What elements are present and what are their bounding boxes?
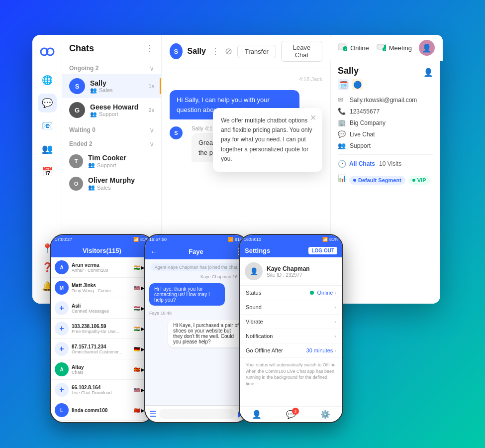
phone2-msg-agent: Hi Faye, thank you for contacting us! Ho…	[149, 283, 225, 306]
phone3-profile-info: Kaye Chapman Site ID : 232977	[267, 265, 310, 278]
visitor-ip3[interactable]: + 66.102.8.164 Live Chat Download... 🇺🇸 …	[51, 380, 153, 400]
phone3-footer: Your status will automatically switch to…	[240, 358, 342, 391]
info-integrations: 🗓️ 🔵	[338, 79, 433, 90]
chats-title: Chats	[69, 43, 94, 54]
phone2-menu-icon[interactable]: ☰	[149, 409, 156, 419]
topbar-more-icon[interactable]: ⋮	[211, 46, 220, 57]
info-chats-stat: 🕐 All Chats 10 Visits	[338, 160, 433, 168]
visitor-ip1-sub: Free Empathy-tár Use...	[72, 329, 131, 334]
visitor-matt-info: Matt Jinks Tony Wang · Comm...	[72, 283, 131, 293]
status-value: Online ›	[310, 290, 336, 296]
sally-name: Sally	[90, 79, 148, 87]
clock-icon: 🕐	[338, 160, 346, 168]
online-label: Online	[350, 44, 369, 52]
chat-item-sally[interactable]: S Sally 👥 Sales 1s	[62, 74, 161, 98]
info-panel: ℹ Info 📖 👤 ✏️ » Sally 👤 🗓️ 🔵	[331, 35, 440, 304]
status-meeting[interactable]: ✓ Meeting	[376, 42, 412, 54]
setting-sound[interactable]: Sound ›	[240, 300, 342, 315]
info-company-row: 🏢 Big Company	[338, 119, 433, 126]
vip-dot	[412, 179, 415, 182]
phone1-status-bar: 17:00:27 📶 81%	[51, 235, 153, 244]
phone2-back-icon[interactable]: ←	[150, 248, 157, 256]
phone3-profile: 👤 Kaye Chapman Site ID : 232977	[240, 257, 342, 286]
ongoing-chevron[interactable]: ∨	[149, 64, 154, 72]
svg-text:✓: ✓	[344, 47, 347, 51]
phone3-logout-button[interactable]: LOG OUT	[308, 247, 337, 254]
ended-section-header: Ended 2 ∨	[62, 136, 161, 150]
visitor-ip2[interactable]: + 87.157.171.234 Omnichannel Customer...…	[51, 339, 153, 359]
sidebar-item-calendar[interactable]: 📅	[38, 162, 57, 181]
setting-offline[interactable]: Go Offline After 30 minutes ›	[240, 343, 342, 358]
phone3-time: 16:59:10	[244, 237, 261, 242]
setting-vibrate[interactable]: Vibrate ›	[240, 315, 342, 329]
msg1-time-label: 4:18 Jack	[170, 76, 322, 82]
popup-close-icon[interactable]: ✕	[310, 113, 316, 122]
company-icon: 🏢	[338, 119, 346, 126]
department-icon-small: 👥	[90, 87, 97, 94]
phone1-time: 17:00:27	[55, 237, 72, 242]
leave-chat-button[interactable]: Leave Chat	[281, 41, 322, 62]
info-company: Big Company	[350, 119, 386, 126]
phone3-nav-settings[interactable]: ⚙️	[320, 410, 330, 419]
info-user-icon: 👤	[423, 68, 433, 77]
visitor-arun-sub: Arthur · Comm100	[72, 268, 131, 273]
visitor-ip1[interactable]: + 103.238.106.59 Free Empathy-tár Use...…	[51, 319, 153, 339]
oliver-name: Oliver Murphy	[88, 176, 154, 184]
visitor-ip3-avatar: +	[55, 383, 69, 397]
ongoing-section-header: Ongoing 2 ∨	[62, 60, 161, 74]
phone3-header: Settings LOG OUT	[240, 244, 342, 257]
info-divider	[338, 154, 433, 155]
offline-chevron: ›	[334, 347, 336, 353]
setting-notification[interactable]: Notification ›	[240, 329, 342, 343]
visitor-altay[interactable]: A Altay Chats 🇲🇰 ▶ ≡	[51, 359, 153, 380]
phone-icon: 📞	[338, 108, 346, 115]
tim-sub: 👥 Support	[88, 162, 154, 168]
waiting-chevron[interactable]: ∨	[149, 126, 154, 134]
phone1-nav-bar: 👤 💬 3 ⚙️	[51, 421, 153, 423]
phone3-nav-visitors[interactable]: 👤	[252, 410, 262, 419]
phone1-visitor-list: A Arun verma Arthur · Comm100 🇮🇳 ▶ ≡ M M…	[51, 257, 153, 421]
visitor-arun[interactable]: A Arun verma Arthur · Comm100 🇮🇳 ▶ ≡	[51, 257, 153, 278]
email-icon: ✉	[338, 96, 346, 104]
phone2-header: ← Faye ⋮	[145, 244, 248, 259]
oliver-sub: 👥 Sales	[88, 184, 154, 191]
setting-status[interactable]: Status Online ›	[240, 286, 342, 300]
geese-sub: 👥 Support	[90, 111, 148, 117]
geese-name: Geese Howard	[90, 103, 148, 111]
phone2-user-time: Faye 16:48	[149, 311, 244, 316]
sidebar-item-team[interactable]: 👥	[38, 139, 57, 158]
ended-chevron[interactable]: ∨	[149, 140, 154, 148]
notification-chevron: ›	[334, 333, 336, 339]
transfer-button[interactable]: Transfer	[237, 45, 276, 58]
user-avatar[interactable]: 👤	[419, 40, 435, 56]
status-online[interactable]: ✓ Online	[337, 42, 369, 54]
visitor-asli-avatar: +	[55, 301, 69, 315]
phone3-chat-badge: 3	[292, 408, 299, 415]
notification-label: Notification	[246, 333, 273, 339]
sally-sub: 👥 Sales	[90, 87, 148, 94]
info-email: Sally.rkowski@gmail.com	[350, 97, 417, 104]
visitor-matt[interactable]: M Matt Jinks Tony Wang · Comm... 🇺🇸 ▶ ≡	[51, 278, 153, 298]
chat-item-oliver[interactable]: O Oliver Murphy 👥 Sales	[62, 172, 161, 195]
phone2-input[interactable]	[159, 409, 235, 419]
sound-chevron: ›	[334, 304, 336, 310]
all-chats-label[interactable]: All Chats	[349, 160, 375, 167]
chat-item-geese[interactable]: G Geese Howard 👥 Support 2s	[62, 98, 161, 122]
geese-time: 2s	[148, 107, 154, 113]
visitor-asli[interactable]: + Asli Canned Messages 🇭🇺 ▶ ≡	[51, 298, 153, 319]
sidebar-item-globe[interactable]: 🌐	[38, 71, 57, 90]
sidebar-item-email[interactable]: 📧	[38, 116, 57, 135]
info-dept: Support	[350, 142, 371, 149]
visitor-ip3-info: 66.102.8.164 Live Chat Download...	[72, 385, 131, 395]
topbar-block-icon[interactable]: ⊘	[225, 46, 232, 57]
waiting-section-header: Waiting 0 ∨	[62, 122, 161, 136]
chat-item-tim[interactable]: T Tim Cooker 👥 Support	[62, 150, 161, 172]
sidebar-item-chat[interactable]: 💬	[38, 94, 57, 112]
visitor-linda-avatar: L	[55, 403, 69, 417]
phone3-nav-chats[interactable]: 💬 3	[286, 410, 296, 419]
phone1-chat-badge: 3	[103, 422, 110, 423]
visitor-ip2-name: 87.157.171.234	[72, 344, 131, 349]
chats-more-icon[interactable]: ⋮	[145, 43, 154, 54]
visitor-linda[interactable]: L linda comm100 🇨🇳 ▶ ≡	[51, 400, 153, 421]
tim-info: Tim Cooker 👥 Support	[88, 154, 154, 168]
